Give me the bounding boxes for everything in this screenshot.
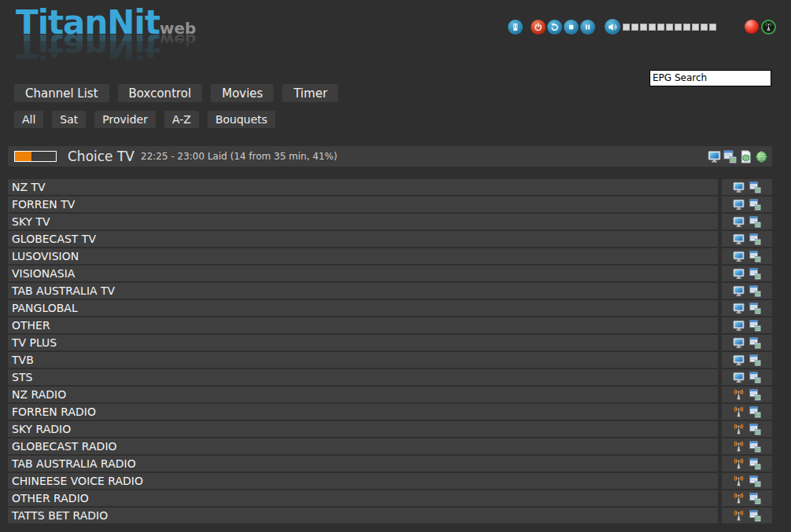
channel-name[interactable]: VISIONASIA xyxy=(8,266,718,281)
radio-zap-icon[interactable] xyxy=(733,510,745,522)
volume-segment[interactable] xyxy=(657,24,664,31)
radio-zap-icon[interactable] xyxy=(733,475,745,487)
epg-icon[interactable] xyxy=(749,406,761,418)
epg-icon[interactable] xyxy=(749,285,761,297)
epg-icon[interactable] xyxy=(749,458,761,470)
tv-zap-icon[interactable] xyxy=(733,285,745,297)
power-button[interactable] xyxy=(531,20,546,35)
channel-name[interactable]: SKY RADIO xyxy=(8,421,718,437)
mute-button[interactable] xyxy=(605,19,620,35)
channel-name[interactable]: SKY TV xyxy=(8,214,718,229)
tv-zap-icon[interactable] xyxy=(733,216,745,228)
channel-name[interactable]: TV PLUS xyxy=(8,335,718,350)
radio-zap-icon[interactable] xyxy=(733,424,745,435)
nav-button[interactable]: Movies xyxy=(211,84,274,102)
pause-button[interactable] xyxy=(580,20,595,35)
channel-name[interactable]: NZ TV xyxy=(8,179,718,195)
radio-zap-icon[interactable] xyxy=(733,406,745,418)
tv-zap-icon[interactable] xyxy=(733,182,745,193)
epg-icon[interactable] xyxy=(749,216,761,228)
channel-name[interactable]: GLOBECAST TV xyxy=(8,231,718,247)
globe-icon[interactable] xyxy=(755,150,768,163)
volume-segment[interactable] xyxy=(683,24,690,31)
epg-icon[interactable] xyxy=(749,268,761,280)
tv-zap-icon[interactable] xyxy=(733,233,745,245)
channel-name[interactable]: FORREN TV xyxy=(8,196,718,212)
channel-name[interactable]: TAB AUSTRALIA TV xyxy=(8,283,718,299)
channel-name[interactable]: GLOBECAST RADIO xyxy=(8,438,718,454)
tv-icon[interactable] xyxy=(708,150,721,163)
epg-icon[interactable] xyxy=(749,510,761,522)
epg-icon[interactable] xyxy=(749,441,761,453)
volume-segment[interactable] xyxy=(649,24,656,31)
channel-name[interactable]: TATTS BET RADIO xyxy=(8,508,718,523)
epg-search-input[interactable] xyxy=(649,70,771,86)
epg-icon[interactable] xyxy=(749,251,761,262)
channel-name[interactable]: FORREN RADIO xyxy=(8,404,718,420)
tv-zap-icon[interactable] xyxy=(733,354,745,366)
filter-button[interactable]: A-Z xyxy=(164,111,199,128)
nav-button[interactable]: Boxcontrol xyxy=(118,84,203,102)
epg-icon[interactable] xyxy=(749,320,761,332)
channel-name[interactable]: OTHER RADIO xyxy=(8,490,718,506)
filter-button[interactable]: Bouquets xyxy=(208,111,275,128)
channel-row: CHINEESE VOICE RADIO xyxy=(8,473,772,489)
epg-icon[interactable] xyxy=(749,389,761,401)
channel-name[interactable]: CHINEESE VOICE RADIO xyxy=(8,473,718,489)
tv-zap-icon[interactable] xyxy=(733,251,745,262)
epg-icon[interactable] xyxy=(749,199,761,211)
tv-zap-icon[interactable] xyxy=(733,337,745,349)
tv-zap-icon[interactable] xyxy=(733,199,745,211)
power-icon xyxy=(534,23,543,31)
volume-segment[interactable] xyxy=(640,24,647,31)
channel-row-icons xyxy=(722,508,772,523)
tv-zap-icon[interactable] xyxy=(733,303,745,314)
channel-name[interactable]: TVB xyxy=(8,352,718,368)
volume-segment[interactable] xyxy=(692,24,699,31)
epg-icon[interactable] xyxy=(749,424,761,435)
record-indicator xyxy=(745,20,759,34)
channel-name[interactable]: OTHER xyxy=(8,317,718,333)
nav-button[interactable]: Channel List xyxy=(14,84,109,102)
volume-segment[interactable] xyxy=(675,24,682,31)
volume-segment[interactable] xyxy=(623,24,630,31)
volume-segment[interactable] xyxy=(666,24,673,31)
stop-button[interactable] xyxy=(564,20,579,35)
nav-button[interactable]: Timer xyxy=(282,84,338,102)
channel-name[interactable]: PANGLOBAL xyxy=(8,300,718,316)
filter-button[interactable]: Sat xyxy=(52,111,86,128)
reload-button[interactable] xyxy=(547,20,562,35)
tv-zap-icon[interactable] xyxy=(733,372,745,383)
volume-segment[interactable] xyxy=(701,24,708,31)
epg-windows-icon[interactable] xyxy=(723,150,737,163)
epg-icon[interactable] xyxy=(749,337,761,349)
channel-name[interactable]: LUSOVISION xyxy=(8,248,718,264)
channel-name[interactable]: NZ RADIO xyxy=(8,387,718,402)
stream-antenna-button[interactable] xyxy=(761,20,776,35)
stream-page-icon[interactable] xyxy=(739,150,752,163)
epg-icon[interactable] xyxy=(749,354,761,366)
remote-control-button[interactable] xyxy=(508,20,523,35)
filter-button[interactable]: All xyxy=(14,111,43,128)
volume-segment[interactable] xyxy=(709,24,716,31)
channel-name[interactable]: TAB AUSTRALIA RADIO xyxy=(8,456,718,471)
epg-icon[interactable] xyxy=(749,233,761,245)
now-playing-bar: Choice TV 22:25 - 23:00 Laid (14 from 35… xyxy=(8,146,772,167)
channel-row: STS xyxy=(8,369,772,385)
radio-zap-icon[interactable] xyxy=(733,493,745,504)
tv-zap-icon[interactable] xyxy=(733,320,745,332)
radio-zap-icon[interactable] xyxy=(733,389,745,401)
radio-zap-icon[interactable] xyxy=(733,458,745,470)
radio-zap-icon[interactable] xyxy=(733,441,745,453)
tv-zap-icon[interactable] xyxy=(733,268,745,280)
volume-segment[interactable] xyxy=(631,24,638,31)
volume-bar xyxy=(623,24,718,31)
epg-icon[interactable] xyxy=(749,372,761,383)
channel-name[interactable]: STS xyxy=(8,369,718,385)
channel-row: OTHER xyxy=(8,317,772,333)
epg-icon[interactable] xyxy=(749,303,761,314)
filter-button[interactable]: Provider xyxy=(94,111,156,128)
epg-icon[interactable] xyxy=(749,475,761,487)
epg-icon[interactable] xyxy=(749,182,761,193)
epg-icon[interactable] xyxy=(749,493,761,504)
